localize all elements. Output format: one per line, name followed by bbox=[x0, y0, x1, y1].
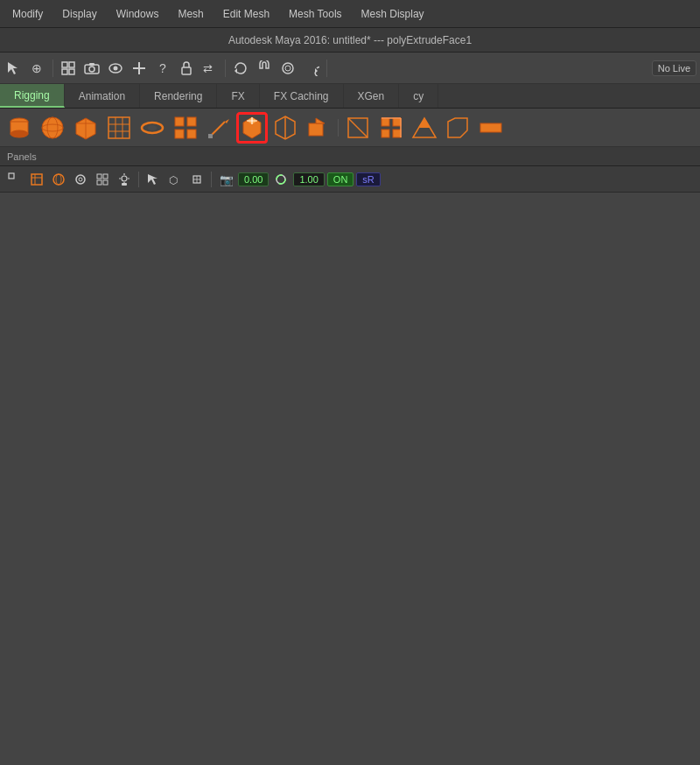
svg-rect-29 bbox=[108, 117, 130, 138]
vp-paint-icon[interactable] bbox=[187, 170, 206, 189]
svg-rect-37 bbox=[187, 117, 196, 126]
svg-text:⬡: ⬡ bbox=[169, 174, 178, 186]
panels-bar: Panels bbox=[0, 147, 700, 166]
vp-refresh-icon[interactable] bbox=[271, 170, 290, 189]
svg-marker-41 bbox=[225, 119, 229, 123]
svg-point-69 bbox=[76, 175, 85, 184]
vp-light-icon[interactable] bbox=[115, 170, 134, 189]
svg-rect-64 bbox=[32, 174, 42, 185]
toolbar-separator-3 bbox=[326, 60, 327, 77]
svg-line-52 bbox=[348, 118, 368, 137]
vp-cube-icon[interactable] bbox=[27, 170, 46, 189]
move-icon[interactable]: ⊕ bbox=[27, 58, 48, 79]
menu-edit-mesh[interactable]: Edit Mesh bbox=[214, 4, 278, 24]
vp-sr-indicator[interactable]: sR bbox=[356, 172, 380, 186]
viewport-toolbar: ⬡ 📷 0.00 1.00 ON sR bbox=[0, 166, 700, 193]
svg-point-68 bbox=[56, 174, 61, 185]
svg-rect-5 bbox=[69, 69, 74, 74]
tab-fx[interactable]: FX bbox=[217, 84, 259, 108]
shelf-split-icon[interactable] bbox=[270, 112, 301, 144]
svg-rect-3 bbox=[69, 62, 74, 67]
shelf-box-arrow-icon[interactable] bbox=[303, 112, 334, 144]
vp-value2[interactable]: 1.00 bbox=[293, 172, 324, 186]
vp-lasso-icon[interactable]: ⬡ bbox=[165, 170, 185, 189]
magnet2-icon[interactable] bbox=[277, 58, 298, 79]
menu-modify[interactable]: Modify bbox=[4, 4, 52, 24]
shelf-bar bbox=[0, 109, 700, 147]
shelf-bevel-icon[interactable] bbox=[442, 112, 473, 144]
shelf-edge-icon[interactable] bbox=[342, 112, 374, 144]
svg-rect-53 bbox=[382, 118, 389, 126]
quad-icon[interactable] bbox=[58, 58, 79, 79]
vp-sphere-small-icon[interactable] bbox=[49, 170, 68, 189]
svg-text:📷: 📷 bbox=[220, 172, 233, 186]
svg-rect-49 bbox=[309, 123, 323, 136]
tab-rendering[interactable]: Rendering bbox=[140, 84, 217, 108]
svg-rect-36 bbox=[175, 117, 184, 126]
rotate-icon[interactable] bbox=[230, 58, 251, 79]
shelf-sphere-icon[interactable] bbox=[37, 112, 68, 144]
select-icon[interactable] bbox=[4, 58, 24, 79]
lock-icon[interactable] bbox=[176, 58, 197, 79]
arrows-icon[interactable]: ⇄ bbox=[200, 58, 220, 79]
menu-mesh-display[interactable]: Mesh Display bbox=[353, 4, 433, 24]
menu-mesh[interactable]: Mesh bbox=[169, 4, 212, 24]
tab-xgen[interactable]: XGen bbox=[344, 84, 400, 108]
shelf-knife-icon[interactable] bbox=[203, 112, 234, 144]
shelf-cube-icon[interactable] bbox=[70, 112, 102, 144]
svg-rect-4 bbox=[62, 69, 67, 74]
camera-icon[interactable] bbox=[81, 58, 102, 79]
shelf-flat-icon[interactable] bbox=[475, 112, 507, 144]
shelf-torus-icon[interactable] bbox=[136, 112, 168, 144]
vp-grid-small-icon[interactable] bbox=[93, 170, 112, 189]
shelf-subdivide-icon[interactable] bbox=[375, 112, 407, 144]
vp-value1[interactable]: 0.00 bbox=[238, 172, 269, 186]
shelf-triangle-icon[interactable] bbox=[409, 112, 440, 144]
svg-rect-74 bbox=[103, 180, 108, 185]
svg-marker-0 bbox=[8, 62, 18, 74]
menu-windows[interactable]: Windows bbox=[108, 4, 168, 24]
svg-point-7 bbox=[89, 67, 94, 72]
menu-mesh-tools[interactable]: Mesh Tools bbox=[280, 4, 350, 24]
svg-point-17 bbox=[283, 63, 293, 74]
tab-rigging[interactable]: Rigging bbox=[0, 84, 65, 108]
svg-point-70 bbox=[79, 178, 82, 181]
magnet-icon[interactable] bbox=[254, 58, 275, 79]
svg-rect-54 bbox=[393, 118, 401, 126]
shelf-cylinder-icon[interactable] bbox=[4, 112, 35, 144]
tab-cy[interactable]: cy bbox=[399, 84, 438, 108]
svg-rect-55 bbox=[382, 130, 389, 137]
svg-point-18 bbox=[285, 66, 290, 71]
main-toolbar: ⊕ ? ⇄ No Live bbox=[0, 53, 700, 84]
title-bar: Autodesk Maya 2016: untitled* --- polyEx… bbox=[0, 28, 700, 53]
question-icon[interactable]: ? bbox=[152, 58, 173, 79]
tab-fx-caching[interactable]: FX Caching bbox=[260, 84, 344, 108]
tab-bar: Rigging Animation Rendering FX FX Cachin… bbox=[0, 84, 700, 109]
svg-rect-38 bbox=[175, 130, 184, 138]
svg-rect-62 bbox=[480, 123, 501, 132]
svg-point-67 bbox=[53, 174, 64, 185]
toolbar-separator-1 bbox=[52, 60, 53, 77]
shelf-grid-cubes-icon[interactable] bbox=[170, 112, 201, 144]
tab-animation[interactable]: Animation bbox=[65, 84, 140, 108]
svg-marker-61 bbox=[448, 118, 467, 137]
shelf-grid-icon[interactable] bbox=[103, 112, 135, 144]
rotate2-icon[interactable] bbox=[301, 58, 322, 79]
vp-select-icon[interactable] bbox=[5, 170, 24, 189]
eye-icon[interactable] bbox=[105, 58, 126, 79]
vp-camera2-icon[interactable]: 📷 bbox=[216, 170, 235, 189]
menu-display[interactable]: Display bbox=[53, 4, 105, 24]
vp-circle-icon[interactable] bbox=[71, 170, 90, 189]
svg-point-75 bbox=[122, 176, 127, 181]
vp-on-indicator[interactable]: ON bbox=[327, 172, 354, 186]
svg-rect-63 bbox=[9, 173, 14, 179]
svg-rect-8 bbox=[89, 63, 94, 66]
vp-select2-icon[interactable] bbox=[144, 170, 163, 189]
plus-icon[interactable] bbox=[129, 58, 150, 79]
shelf-extrude-icon[interactable] bbox=[236, 112, 268, 144]
svg-marker-81 bbox=[148, 174, 158, 185]
svg-rect-73 bbox=[97, 180, 102, 185]
no-live-indicator: No Live bbox=[652, 60, 696, 76]
svg-rect-14 bbox=[182, 67, 191, 74]
svg-point-35 bbox=[148, 125, 157, 130]
